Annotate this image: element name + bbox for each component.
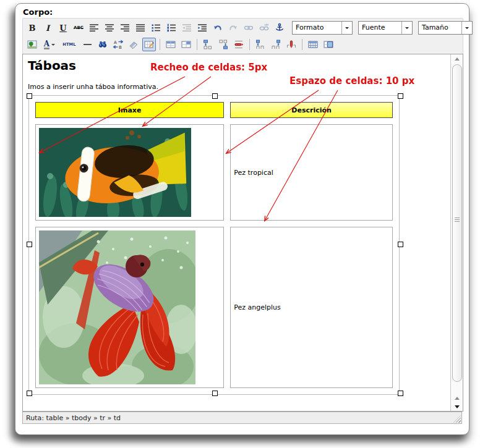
delete-row-button[interactable]	[232, 38, 246, 51]
undo-button[interactable]	[211, 21, 225, 35]
bullet-list-button[interactable]	[149, 21, 163, 35]
insert-col-after-icon	[271, 40, 281, 49]
align-left-button[interactable]	[87, 21, 101, 35]
binoculars-icon	[98, 40, 108, 49]
unlink-button[interactable]	[257, 21, 271, 35]
chevron-down-icon	[51, 44, 55, 48]
document-heading[interactable]: Táboas	[28, 58, 76, 73]
link-button[interactable]	[242, 21, 255, 35]
table-header-imaxe[interactable]: Imaxe	[35, 102, 224, 118]
selection-handle-bottom-center[interactable]	[212, 391, 218, 396]
insert-col-before-button[interactable]	[254, 38, 267, 51]
scroll-up-button[interactable]	[451, 54, 463, 63]
selection-handle-top-right[interactable]	[398, 93, 403, 99]
field-label: Corpo:	[23, 7, 53, 17]
toolbar-separator	[160, 39, 160, 50]
redo-button[interactable]	[226, 21, 240, 35]
toolbar-row-1: B I U ABC Formato Fuente Tamaño	[25, 20, 473, 35]
cleanup-button[interactable]	[127, 38, 140, 51]
insert-row-after-button[interactable]	[216, 38, 230, 51]
betta-fish-image[interactable]	[39, 230, 195, 384]
numbered-list-button[interactable]	[165, 21, 178, 35]
table-cell-image-1[interactable]	[35, 124, 224, 221]
document-content[interactable]: Táboas Imos a inserir unha táboa informa…	[23, 54, 451, 411]
bold-icon: B	[29, 23, 36, 33]
arrow-up-icon	[455, 55, 460, 61]
bold-button[interactable]: B	[25, 21, 39, 35]
anchor-button[interactable]	[273, 21, 286, 35]
align-justify-icon	[135, 23, 145, 33]
insert-image-button[interactable]	[25, 38, 39, 51]
insert-col-after-button[interactable]	[269, 38, 283, 51]
format-select[interactable]: Formato	[292, 21, 353, 35]
indent-button[interactable]	[195, 21, 209, 35]
cell-properties-button[interactable]	[179, 38, 193, 51]
horizontal-rule-button[interactable]	[80, 38, 94, 51]
italic-icon: I	[46, 23, 49, 33]
annotation-cell-padding[interactable]: Recheo de celdas: 5px	[150, 62, 267, 73]
merge-cells-icon	[324, 40, 333, 49]
selection-handle-bottom-right[interactable]	[398, 391, 403, 396]
table-cell-description-1[interactable]: Pez tropical	[230, 124, 393, 221]
replace-button[interactable]: AB	[111, 38, 125, 51]
resize-grip-icon[interactable]	[453, 415, 461, 423]
selection-handle-top-center[interactable]	[212, 93, 218, 99]
source-html-button[interactable]: HTML	[60, 38, 79, 51]
italic-button[interactable]: I	[41, 21, 54, 35]
chevron-down-icon	[345, 27, 349, 31]
align-center-button[interactable]	[103, 21, 116, 35]
insert-row-after-icon	[218, 40, 228, 49]
document-intro[interactable]: Imos a inserir unha táboa informativa.	[28, 83, 158, 91]
strikethrough-button[interactable]: ABC	[72, 21, 85, 35]
align-justify-button[interactable]	[134, 21, 147, 35]
table-cell-properties-icon	[181, 40, 191, 49]
scrollbar-thumb[interactable]	[452, 64, 462, 382]
scroll-up-button-bottom[interactable]	[451, 394, 463, 402]
font-select-arrow-button[interactable]	[401, 22, 412, 34]
size-select-value: Tamaño	[419, 22, 461, 34]
insert-col-before-icon	[255, 40, 265, 49]
selection-handle-top-left[interactable]	[27, 93, 32, 99]
insert-row-before-icon	[203, 40, 213, 49]
selection-handle-bottom-left[interactable]	[27, 391, 32, 396]
toolbar-separator	[249, 39, 250, 50]
annotation-cell-spacing[interactable]: Espazo de celdas: 10 px	[289, 75, 414, 87]
status-bar: Ruta: table » tbody » tr » td	[22, 412, 462, 424]
document-table[interactable]: Imaxe Descrición	[28, 95, 400, 395]
insert-table-button[interactable]	[142, 38, 156, 51]
vertical-scrollbar[interactable]	[450, 54, 463, 411]
table-header-row: Imaxe Descrición	[35, 102, 393, 118]
table-row-properties-icon	[166, 40, 176, 49]
clownfish-image[interactable]	[39, 128, 191, 217]
size-select[interactable]: Tamaño	[418, 21, 473, 35]
selection-handle-mid-right[interactable]	[398, 242, 403, 247]
underline-button[interactable]: U	[56, 21, 70, 35]
font-color-button[interactable]: A	[41, 38, 58, 51]
redo-icon	[228, 23, 238, 33]
insert-row-before-button[interactable]	[201, 38, 215, 51]
table-cell-image-2[interactable]	[35, 227, 224, 388]
scroll-down-button[interactable]	[451, 402, 463, 411]
table-cell-description-2[interactable]: Pez angelplus	[230, 227, 393, 388]
search-button[interactable]	[96, 38, 109, 51]
font-select[interactable]: Fuente	[358, 21, 413, 35]
align-left-icon	[89, 23, 99, 33]
editor-canvas[interactable]: Táboas Imos a inserir unha táboa informa…	[22, 54, 463, 412]
toolbar-row-2: A HTML AB	[25, 37, 335, 52]
merge-cells-button[interactable]	[322, 38, 335, 51]
selection-handle-mid-left[interactable]	[27, 242, 32, 247]
underline-icon: U	[59, 23, 66, 33]
outdent-button[interactable]	[180, 21, 194, 35]
split-cells-button[interactable]	[306, 38, 320, 51]
row-properties-button[interactable]	[164, 38, 178, 51]
image-icon	[27, 40, 37, 49]
delete-col-button[interactable]	[285, 38, 298, 51]
format-select-arrow-button[interactable]	[341, 22, 352, 34]
size-select-arrow-button[interactable]	[461, 22, 472, 34]
undo-icon	[213, 23, 223, 33]
table-header-descricion[interactable]: Descrición	[230, 102, 393, 118]
anchor-icon	[275, 23, 285, 33]
align-right-button[interactable]	[118, 21, 132, 35]
eraser-icon	[129, 40, 139, 49]
unlink-icon	[259, 23, 269, 33]
